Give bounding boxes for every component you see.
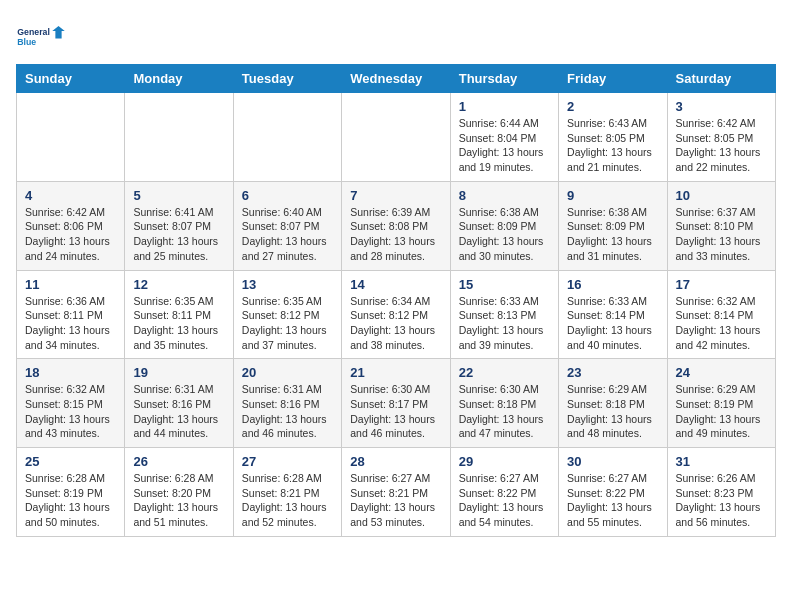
page-header: General Blue — [16, 16, 776, 56]
calendar-cell: 21Sunrise: 6:30 AMSunset: 8:17 PMDayligh… — [342, 359, 450, 448]
calendar-cell: 24Sunrise: 6:29 AMSunset: 8:19 PMDayligh… — [667, 359, 775, 448]
calendar-cell: 29Sunrise: 6:27 AMSunset: 8:22 PMDayligh… — [450, 448, 558, 537]
day-info: Sunrise: 6:38 AMSunset: 8:09 PMDaylight:… — [567, 205, 658, 264]
day-number: 24 — [676, 365, 767, 380]
day-info: Sunrise: 6:28 AMSunset: 8:19 PMDaylight:… — [25, 471, 116, 530]
day-number: 29 — [459, 454, 550, 469]
day-info: Sunrise: 6:35 AMSunset: 8:11 PMDaylight:… — [133, 294, 224, 353]
calendar-cell: 22Sunrise: 6:30 AMSunset: 8:18 PMDayligh… — [450, 359, 558, 448]
day-info: Sunrise: 6:43 AMSunset: 8:05 PMDaylight:… — [567, 116, 658, 175]
calendar-cell — [125, 93, 233, 182]
calendar-cell: 1Sunrise: 6:44 AMSunset: 8:04 PMDaylight… — [450, 93, 558, 182]
day-info: Sunrise: 6:28 AMSunset: 8:21 PMDaylight:… — [242, 471, 333, 530]
day-info: Sunrise: 6:29 AMSunset: 8:18 PMDaylight:… — [567, 382, 658, 441]
calendar-cell: 27Sunrise: 6:28 AMSunset: 8:21 PMDayligh… — [233, 448, 341, 537]
calendar-cell: 23Sunrise: 6:29 AMSunset: 8:18 PMDayligh… — [559, 359, 667, 448]
calendar-cell: 19Sunrise: 6:31 AMSunset: 8:16 PMDayligh… — [125, 359, 233, 448]
day-number: 22 — [459, 365, 550, 380]
day-number: 11 — [25, 277, 116, 292]
calendar-week-row: 18Sunrise: 6:32 AMSunset: 8:15 PMDayligh… — [17, 359, 776, 448]
calendar-cell: 14Sunrise: 6:34 AMSunset: 8:12 PMDayligh… — [342, 270, 450, 359]
calendar-cell: 28Sunrise: 6:27 AMSunset: 8:21 PMDayligh… — [342, 448, 450, 537]
calendar-cell: 17Sunrise: 6:32 AMSunset: 8:14 PMDayligh… — [667, 270, 775, 359]
day-number: 7 — [350, 188, 441, 203]
day-number: 14 — [350, 277, 441, 292]
day-info: Sunrise: 6:39 AMSunset: 8:08 PMDaylight:… — [350, 205, 441, 264]
day-number: 28 — [350, 454, 441, 469]
day-info: Sunrise: 6:42 AMSunset: 8:05 PMDaylight:… — [676, 116, 767, 175]
calendar-cell: 15Sunrise: 6:33 AMSunset: 8:13 PMDayligh… — [450, 270, 558, 359]
day-info: Sunrise: 6:33 AMSunset: 8:14 PMDaylight:… — [567, 294, 658, 353]
day-info: Sunrise: 6:33 AMSunset: 8:13 PMDaylight:… — [459, 294, 550, 353]
day-info: Sunrise: 6:31 AMSunset: 8:16 PMDaylight:… — [133, 382, 224, 441]
calendar-week-row: 25Sunrise: 6:28 AMSunset: 8:19 PMDayligh… — [17, 448, 776, 537]
calendar-cell: 7Sunrise: 6:39 AMSunset: 8:08 PMDaylight… — [342, 181, 450, 270]
day-number: 30 — [567, 454, 658, 469]
calendar-header-row: SundayMondayTuesdayWednesdayThursdayFrid… — [17, 65, 776, 93]
calendar-cell: 5Sunrise: 6:41 AMSunset: 8:07 PMDaylight… — [125, 181, 233, 270]
day-info: Sunrise: 6:36 AMSunset: 8:11 PMDaylight:… — [25, 294, 116, 353]
calendar-header-wednesday: Wednesday — [342, 65, 450, 93]
day-number: 16 — [567, 277, 658, 292]
calendar-header-sunday: Sunday — [17, 65, 125, 93]
day-info: Sunrise: 6:30 AMSunset: 8:17 PMDaylight:… — [350, 382, 441, 441]
calendar-cell: 2Sunrise: 6:43 AMSunset: 8:05 PMDaylight… — [559, 93, 667, 182]
day-info: Sunrise: 6:32 AMSunset: 8:14 PMDaylight:… — [676, 294, 767, 353]
day-number: 26 — [133, 454, 224, 469]
calendar-cell: 12Sunrise: 6:35 AMSunset: 8:11 PMDayligh… — [125, 270, 233, 359]
calendar-cell: 13Sunrise: 6:35 AMSunset: 8:12 PMDayligh… — [233, 270, 341, 359]
svg-text:General: General — [17, 27, 50, 37]
calendar-cell: 18Sunrise: 6:32 AMSunset: 8:15 PMDayligh… — [17, 359, 125, 448]
calendar-header-thursday: Thursday — [450, 65, 558, 93]
day-number: 5 — [133, 188, 224, 203]
day-number: 18 — [25, 365, 116, 380]
calendar-cell — [17, 93, 125, 182]
day-number: 3 — [676, 99, 767, 114]
day-info: Sunrise: 6:40 AMSunset: 8:07 PMDaylight:… — [242, 205, 333, 264]
day-info: Sunrise: 6:34 AMSunset: 8:12 PMDaylight:… — [350, 294, 441, 353]
calendar-cell: 6Sunrise: 6:40 AMSunset: 8:07 PMDaylight… — [233, 181, 341, 270]
day-number: 23 — [567, 365, 658, 380]
calendar-cell: 4Sunrise: 6:42 AMSunset: 8:06 PMDaylight… — [17, 181, 125, 270]
day-info: Sunrise: 6:44 AMSunset: 8:04 PMDaylight:… — [459, 116, 550, 175]
day-info: Sunrise: 6:26 AMSunset: 8:23 PMDaylight:… — [676, 471, 767, 530]
calendar-table: SundayMondayTuesdayWednesdayThursdayFrid… — [16, 64, 776, 537]
day-number: 25 — [25, 454, 116, 469]
calendar-cell — [233, 93, 341, 182]
day-number: 8 — [459, 188, 550, 203]
svg-marker-2 — [52, 26, 65, 39]
day-number: 2 — [567, 99, 658, 114]
day-number: 12 — [133, 277, 224, 292]
day-info: Sunrise: 6:38 AMSunset: 8:09 PMDaylight:… — [459, 205, 550, 264]
calendar-cell: 11Sunrise: 6:36 AMSunset: 8:11 PMDayligh… — [17, 270, 125, 359]
day-number: 1 — [459, 99, 550, 114]
day-number: 15 — [459, 277, 550, 292]
day-number: 13 — [242, 277, 333, 292]
day-number: 27 — [242, 454, 333, 469]
day-number: 6 — [242, 188, 333, 203]
calendar-week-row: 1Sunrise: 6:44 AMSunset: 8:04 PMDaylight… — [17, 93, 776, 182]
day-number: 19 — [133, 365, 224, 380]
day-info: Sunrise: 6:27 AMSunset: 8:21 PMDaylight:… — [350, 471, 441, 530]
svg-text:Blue: Blue — [17, 37, 36, 47]
calendar-cell: 3Sunrise: 6:42 AMSunset: 8:05 PMDaylight… — [667, 93, 775, 182]
day-number: 17 — [676, 277, 767, 292]
calendar-header-monday: Monday — [125, 65, 233, 93]
day-info: Sunrise: 6:30 AMSunset: 8:18 PMDaylight:… — [459, 382, 550, 441]
day-info: Sunrise: 6:27 AMSunset: 8:22 PMDaylight:… — [459, 471, 550, 530]
day-info: Sunrise: 6:29 AMSunset: 8:19 PMDaylight:… — [676, 382, 767, 441]
day-number: 21 — [350, 365, 441, 380]
day-info: Sunrise: 6:42 AMSunset: 8:06 PMDaylight:… — [25, 205, 116, 264]
calendar-cell: 9Sunrise: 6:38 AMSunset: 8:09 PMDaylight… — [559, 181, 667, 270]
calendar-cell: 31Sunrise: 6:26 AMSunset: 8:23 PMDayligh… — [667, 448, 775, 537]
calendar-cell: 30Sunrise: 6:27 AMSunset: 8:22 PMDayligh… — [559, 448, 667, 537]
calendar-week-row: 11Sunrise: 6:36 AMSunset: 8:11 PMDayligh… — [17, 270, 776, 359]
day-number: 31 — [676, 454, 767, 469]
calendar-week-row: 4Sunrise: 6:42 AMSunset: 8:06 PMDaylight… — [17, 181, 776, 270]
calendar-cell: 25Sunrise: 6:28 AMSunset: 8:19 PMDayligh… — [17, 448, 125, 537]
calendar-header-saturday: Saturday — [667, 65, 775, 93]
calendar-cell: 10Sunrise: 6:37 AMSunset: 8:10 PMDayligh… — [667, 181, 775, 270]
calendar-cell — [342, 93, 450, 182]
calendar-cell: 8Sunrise: 6:38 AMSunset: 8:09 PMDaylight… — [450, 181, 558, 270]
calendar-cell: 16Sunrise: 6:33 AMSunset: 8:14 PMDayligh… — [559, 270, 667, 359]
